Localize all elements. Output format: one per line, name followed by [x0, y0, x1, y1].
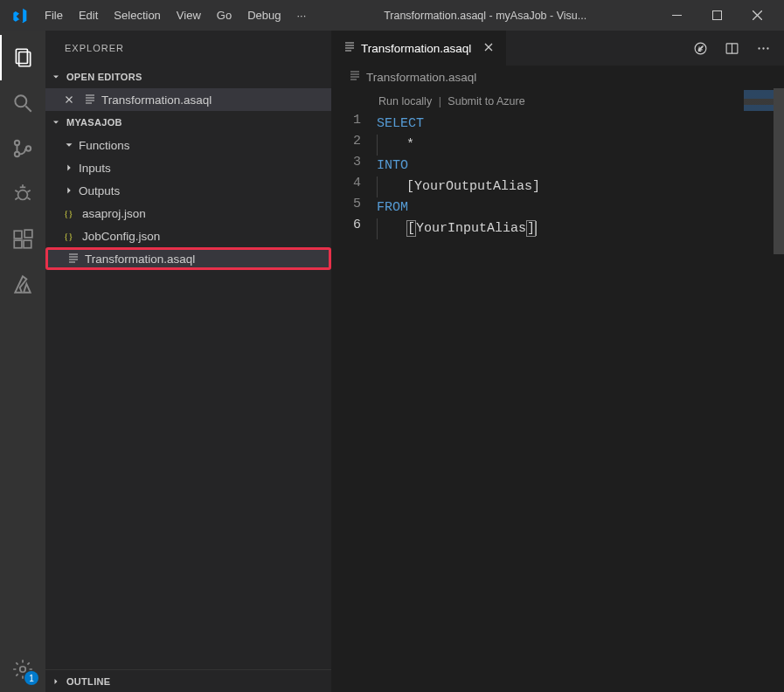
maximize-button[interactable]: [697, 0, 737, 31]
titlebar: File Edit Selection View Go Debug ··· Tr…: [0, 0, 784, 31]
json-icon: {}: [63, 229, 77, 243]
editor-tab[interactable]: Transformation.asaql: [331, 31, 507, 66]
activity-bar: 1: [0, 31, 45, 692]
file-label: Transformation.asaql: [85, 253, 195, 266]
menu-debug[interactable]: Debug: [239, 5, 288, 25]
activity-extensions[interactable]: [0, 217, 45, 262]
minimize-button[interactable]: [656, 0, 697, 31]
activity-search[interactable]: [0, 80, 45, 126]
file-icon: [347, 69, 361, 86]
folder-inputs[interactable]: Inputs: [45, 156, 331, 179]
svg-rect-0: [672, 15, 682, 16]
open-editor-item[interactable]: Transformation.asaql: [45, 88, 331, 111]
file-transformation[interactable]: Transformation.asaql: [45, 247, 331, 270]
activity-explorer[interactable]: [0, 35, 45, 80]
activity-debug[interactable]: [0, 171, 45, 217]
breadcrumb-label: Transformation.asaql: [366, 71, 476, 84]
svg-rect-10: [14, 231, 22, 239]
editor-area: Transformation.asaql Transformation.asaq…: [331, 31, 784, 692]
chevron-right-icon: [63, 162, 75, 174]
chevron-down-icon: [51, 117, 61, 128]
code-content[interactable]: Run locally | Submit to Azure SELECT * I…: [377, 88, 784, 692]
codelens-submit-azure[interactable]: Submit to Azure: [448, 95, 524, 107]
codelens-run-locally[interactable]: Run locally: [378, 95, 432, 107]
tab-label: Transformation.asaql: [361, 42, 471, 55]
menu-go[interactable]: Go: [209, 5, 239, 25]
menu-edit[interactable]: Edit: [71, 5, 106, 25]
svg-rect-1: [712, 11, 721, 20]
activity-azure[interactable]: [0, 262, 45, 308]
svg-line-5: [25, 106, 31, 112]
file-jobconfig[interactable]: {} JobConfig.json: [45, 225, 331, 247]
section-outline[interactable]: Outline: [45, 669, 331, 692]
window-controls: [656, 0, 777, 31]
svg-point-6: [15, 141, 19, 145]
editor-tabs: Transformation.asaql: [331, 31, 784, 66]
window-title: Transformation.asaql - myAsaJob - Visu..…: [314, 10, 656, 22]
svg-point-4: [15, 95, 26, 107]
svg-point-14: [20, 667, 26, 673]
more-actions-icon[interactable]: [749, 31, 777, 66]
svg-text:{}: {}: [64, 208, 73, 218]
open-editor-label: Transformation.asaql: [101, 93, 212, 107]
run-action-icon[interactable]: [686, 31, 714, 66]
svg-rect-11: [14, 240, 22, 248]
menubar: File Edit Selection View Go Debug ···: [7, 5, 314, 25]
svg-point-7: [15, 152, 19, 156]
file-label: JobConfig.json: [82, 230, 160, 243]
folder-outputs[interactable]: Outputs: [45, 179, 331, 202]
file-asaproj[interactable]: {} asaproj.json: [45, 202, 331, 225]
menu-view[interactable]: View: [169, 5, 209, 25]
section-label: MyAsaJob: [66, 117, 122, 128]
menu-more[interactable]: ···: [288, 5, 314, 25]
folder-label: Outputs: [79, 184, 120, 197]
svg-point-23: [767, 47, 768, 49]
section-label: Open Editors: [66, 72, 142, 82]
svg-point-21: [758, 47, 760, 49]
chevron-right-icon: [51, 676, 61, 687]
file-icon: [342, 40, 356, 57]
svg-point-9: [18, 190, 28, 200]
activity-settings[interactable]: 1: [0, 647, 45, 692]
section-project[interactable]: MyAsaJob: [45, 111, 331, 134]
svg-point-8: [26, 146, 31, 150]
section-label: Outline: [66, 676, 110, 687]
close-button[interactable]: [737, 0, 777, 31]
close-icon[interactable]: [63, 93, 75, 106]
svg-point-22: [762, 47, 764, 49]
file-icon: [82, 93, 96, 107]
vscode-logo-icon: [10, 7, 28, 24]
file-icon: [66, 252, 80, 266]
menu-selection[interactable]: Selection: [106, 5, 168, 25]
file-label: asaproj.json: [82, 207, 146, 220]
json-icon: {}: [63, 206, 77, 220]
line-gutter: 1 2 3 4 5 6: [331, 88, 377, 692]
breadcrumb[interactable]: Transformation.asaql: [331, 66, 784, 88]
folder-label: Inputs: [79, 162, 111, 175]
svg-rect-13: [24, 230, 32, 238]
folder-functions[interactable]: Functions: [45, 134, 331, 156]
split-editor-icon[interactable]: [718, 31, 746, 66]
panel-title: Explorer: [45, 31, 331, 66]
explorer-panel: Explorer Open Editors Transformation.asa…: [45, 31, 331, 692]
folder-label: Functions: [79, 139, 130, 152]
settings-badge: 1: [24, 671, 38, 685]
svg-rect-12: [24, 240, 31, 248]
editor-body[interactable]: 1 2 3 4 5 6 Run locally | Submit to Azur…: [331, 88, 784, 692]
codelens: Run locally | Submit to Azure: [377, 91, 784, 114]
close-icon[interactable]: [482, 40, 496, 57]
section-open-editors[interactable]: Open Editors: [45, 66, 331, 88]
svg-text:{}: {}: [64, 231, 73, 241]
chevron-down-icon: [63, 139, 75, 151]
scrollbar-thumb[interactable]: [774, 88, 784, 254]
activity-scm[interactable]: [0, 126, 45, 171]
chevron-down-icon: [51, 72, 61, 82]
chevron-right-icon: [63, 184, 75, 197]
menu-file[interactable]: File: [37, 5, 71, 25]
